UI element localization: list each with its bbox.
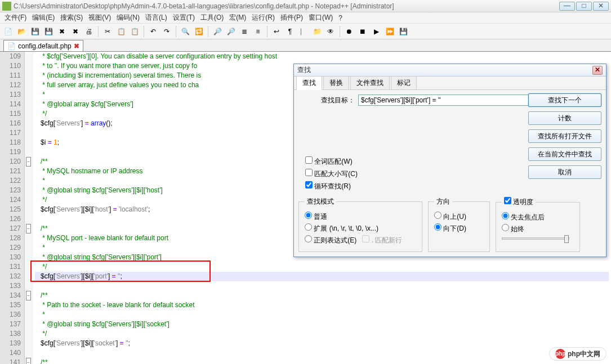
menu-item[interactable]: 窗口(W) (306, 12, 335, 24)
code-line[interactable]: $cfg['Servers'][$i]['port'] = ''; (35, 272, 609, 281)
dialog-tab[interactable]: 文件查找 (350, 76, 390, 89)
transparency-blur-radio[interactable]: 失去焦点后 (502, 212, 574, 222)
show-all-icon[interactable]: ¶ (284, 26, 296, 37)
find-all-open-button[interactable]: 查找所有打开文件 (528, 129, 601, 143)
search-mode-legend: 查找模式 (305, 197, 336, 206)
mode-extended-radio[interactable]: 扩展 (\n, \r, \t, \0, \x...) (305, 223, 416, 233)
code-line[interactable]: * $cfg['Servers'][0]. You can disable a … (35, 52, 609, 61)
count-button[interactable]: 计数 (528, 111, 601, 125)
copy-icon[interactable]: 📋 (115, 26, 127, 37)
wrap-checkbox[interactable]: 循环查找(R) (305, 181, 601, 191)
tab-bar: 📄 config.default.php ✖ (0, 39, 611, 52)
code-line[interactable]: */ (35, 329, 609, 339)
window-title: C:\Users\Administrator\Desktop\phpMyAdmi… (14, 2, 559, 10)
menu-item[interactable]: 插件(P) (278, 12, 305, 24)
code-line[interactable]: */ (35, 262, 609, 272)
toolbar: 📄 📂 💾 💾 ✖ ✖ 🖨 ✂ 📋 📋 ↶ ↷ 🔍 🔁 🔎 🔎 ≣ ≡ ↩ ¶ … (0, 24, 611, 39)
print-icon[interactable]: 🖨 (83, 26, 95, 37)
dialog-tab[interactable]: 标记 (391, 76, 417, 89)
close-all-icon[interactable]: ✖ (70, 26, 81, 37)
dialog-tab[interactable]: 替换 (323, 76, 349, 89)
close-file-icon[interactable]: ✖ (56, 26, 68, 37)
new-file-icon[interactable]: 📄 (2, 26, 14, 37)
find-in-current-button[interactable]: 在当前文件中查找 (528, 147, 601, 161)
menu-item[interactable]: 运行(R) (249, 12, 277, 24)
save-icon[interactable]: 💾 (29, 26, 41, 37)
watermark-logo-icon: php (555, 349, 565, 359)
code-line[interactable]: /** (35, 291, 609, 300)
mode-regex-radio[interactable]: 正则表达式(E) . 匹配新行 (305, 235, 416, 245)
transparency-always-radio[interactable]: 始终 (502, 224, 574, 234)
cut-icon[interactable]: ✂ (102, 26, 113, 37)
mode-normal-radio[interactable]: 普通 (305, 212, 416, 222)
sync-v-icon[interactable]: ≣ (239, 26, 250, 37)
find-next-button[interactable]: 查找下一个 (528, 93, 601, 107)
find-dialog: 查找 ✕ 查找替换文件查找标记 查找目标： ▾ 查找下一个 计数 查找所有打开文… (293, 64, 606, 257)
watermark: php php中文网 (549, 347, 606, 361)
code-line[interactable] (35, 348, 609, 358)
find-icon[interactable]: 🔍 (180, 26, 191, 37)
transparency-group: 透明度 失去焦点后 始终 (496, 197, 580, 252)
paste-icon[interactable]: 📋 (129, 26, 140, 37)
undo-icon[interactable]: ↶ (148, 26, 159, 37)
redo-icon[interactable]: ↷ (161, 26, 172, 37)
stop-macro-icon[interactable]: ⏹ (357, 26, 368, 37)
find-target-label: 查找目标： (298, 96, 355, 105)
maximize-button[interactable]: □ (576, 2, 592, 11)
transparency-slider[interactable] (502, 237, 569, 240)
fold-column[interactable]: −−−− (25, 52, 33, 364)
transparency-legend[interactable]: 透明度 (502, 197, 536, 207)
indent-guide-icon[interactable]: ⎸ (298, 26, 309, 37)
monitor-icon[interactable]: 👁 (325, 26, 336, 37)
file-tab[interactable]: 📄 config.default.php ✖ (3, 40, 83, 51)
file-tab-label: config.default.php (18, 42, 72, 50)
dialog-title: 查找 (297, 65, 592, 75)
dialog-tabs: 查找替换文件查找标记 (294, 77, 606, 90)
menu-item[interactable]: 工具(O) (198, 12, 226, 24)
save-all-icon[interactable]: 💾 (43, 26, 54, 37)
direction-up-radio[interactable]: 向上(U) (434, 212, 484, 222)
menu-item[interactable]: 宏(M) (227, 12, 248, 24)
watermark-text: php中文网 (568, 349, 600, 359)
menu-item[interactable]: 视图(V) (86, 12, 113, 24)
direction-group: 方向 向上(U) 向下(D) (428, 197, 490, 252)
menu-item[interactable]: 语言(L) (143, 12, 170, 24)
wordwrap-icon[interactable]: ↩ (271, 26, 282, 37)
search-mode-group: 查找模式 普通 扩展 (\n, \r, \t, \0, \x...) 正则表达式… (298, 197, 422, 252)
code-line[interactable]: * @global string $cfg['Servers'][$i]['so… (35, 320, 609, 329)
zoom-out-icon[interactable]: 🔎 (225, 26, 237, 37)
menu-item[interactable]: 设置(T) (171, 12, 197, 24)
code-line[interactable]: /** (35, 358, 609, 364)
zoom-in-icon[interactable]: 🔎 (212, 26, 223, 37)
replace-icon[interactable]: 🔁 (193, 26, 204, 37)
fast-macro-icon[interactable]: ⏩ (384, 26, 395, 37)
code-line[interactable] (35, 281, 609, 291)
direction-down-radio[interactable]: 向下(D) (434, 223, 484, 233)
cancel-button[interactable]: 取消 (528, 165, 601, 179)
lang-icon[interactable]: 📁 (311, 26, 323, 37)
app-icon (2, 2, 11, 11)
code-line[interactable]: * Path to the socket - leave blank for d… (35, 300, 609, 310)
title-bar: C:\Users\Administrator\Desktop\phpMyAdmi… (0, 0, 611, 12)
menu-item[interactable]: 编码(N) (114, 12, 142, 24)
menu-item[interactable]: 文件(F) (2, 12, 29, 24)
direction-legend: 方向 (434, 197, 452, 206)
minimize-button[interactable]: — (559, 2, 575, 11)
record-macro-icon[interactable]: ⏺ (344, 26, 355, 37)
dialog-close-icon[interactable]: ✕ (592, 66, 603, 75)
menu-item[interactable]: 搜索(S) (58, 12, 85, 24)
code-line[interactable]: $cfg['Servers'][$i]['socket'] = ''; (35, 339, 609, 348)
code-line[interactable]: * (35, 310, 609, 320)
play-macro-icon[interactable]: ▶ (371, 26, 382, 37)
sync-h-icon[interactable]: ≡ (252, 26, 264, 37)
menu-item[interactable]: ? (336, 13, 345, 23)
save-macro-icon[interactable]: 💾 (398, 26, 409, 37)
tab-close-icon[interactable]: ✖ (74, 42, 79, 50)
file-icon: 📄 (7, 42, 16, 50)
line-number-gutter: 1091101111121131141151161171181191201211… (0, 52, 25, 364)
dialog-titlebar[interactable]: 查找 ✕ (294, 64, 606, 77)
open-file-icon[interactable]: 📂 (16, 26, 27, 37)
close-button[interactable]: ✕ (593, 2, 609, 11)
menu-item[interactable]: 编辑(E) (30, 12, 57, 24)
dialog-tab[interactable]: 查找 (296, 76, 322, 90)
